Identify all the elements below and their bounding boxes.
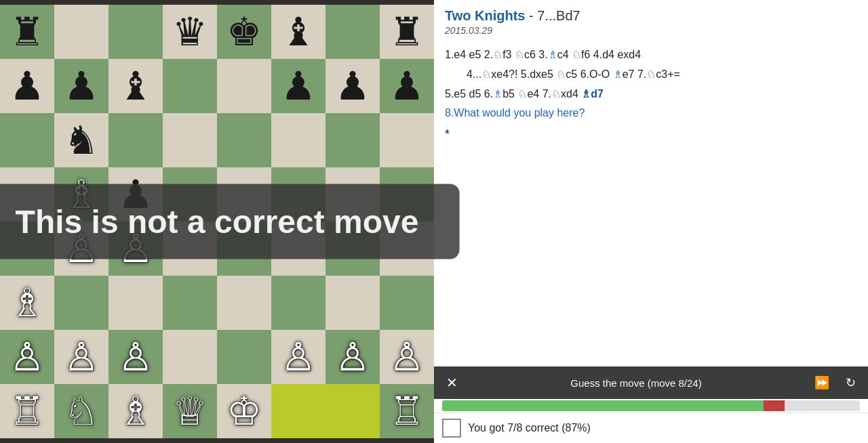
- square-c1[interactable]: ♗: [108, 384, 163, 438]
- move-nc6: ♘: [515, 49, 524, 60]
- square-b5[interactable]: ♗: [54, 167, 108, 222]
- square-f7[interactable]: ♟: [271, 59, 326, 113]
- move-line-3: 5.e5 d5 6.♗b5 ♘e4 7.♘xd4 ♗d7: [445, 85, 857, 104]
- opening-subtitle: - 7...Bd7: [526, 8, 580, 23]
- square-e1[interactable]: ♔: [217, 384, 271, 438]
- square-d8[interactable]: ♛: [163, 5, 217, 59]
- square-f5[interactable]: [271, 167, 326, 222]
- square-e6[interactable]: [217, 113, 271, 167]
- move-xd4: xd4: [561, 88, 581, 100]
- square-a7[interactable]: ♟: [0, 59, 54, 113]
- chess-board[interactable]: ♜ ♛ ♚ ♝ ♜ ♟ ♟ ♝ ♟ ♟ ♟ ♞ ♗ ♟: [0, 5, 434, 438]
- square-h7[interactable]: ♟: [380, 59, 434, 113]
- move-b5: b5: [502, 88, 517, 100]
- square-b7[interactable]: ♟: [54, 59, 108, 113]
- square-h6[interactable]: [380, 113, 434, 167]
- square-d2[interactable]: [163, 330, 217, 384]
- square-f1[interactable]: [271, 384, 326, 438]
- square-e7[interactable]: [217, 59, 271, 113]
- square-f3[interactable]: [271, 276, 326, 330]
- square-e2[interactable]: [217, 330, 271, 384]
- square-h2[interactable]: ♙: [380, 330, 434, 384]
- score-text: You got 7/8 correct (87%): [468, 422, 591, 434]
- square-d1[interactable]: ♕: [163, 384, 217, 438]
- move-line-4: 8.What would you play here?: [445, 104, 857, 123]
- square-a2[interactable]: ♙: [0, 330, 54, 384]
- square-g7[interactable]: ♟: [326, 59, 380, 113]
- square-g3[interactable]: [326, 276, 380, 330]
- square-g8[interactable]: [326, 5, 380, 59]
- square-c5[interactable]: ♟: [108, 167, 163, 222]
- score-area: You got 7/8 correct (87%): [434, 413, 868, 443]
- square-b6[interactable]: ♞: [54, 113, 108, 167]
- square-g2[interactable]: ♙: [326, 330, 380, 384]
- square-f6[interactable]: [271, 113, 326, 167]
- square-g4[interactable]: [326, 222, 380, 276]
- square-c4[interactable]: ♙: [108, 222, 163, 276]
- square-d4[interactable]: [163, 222, 217, 276]
- move-line-2: 4...♘xe4?! 5.dxe5 ♘c5 6.O-O ♗e7 7.♘c3+=: [445, 65, 857, 85]
- square-b3[interactable]: [54, 276, 108, 330]
- move-rest4: f6 4.d4 exd4: [581, 49, 641, 60]
- square-a8[interactable]: ♜: [0, 5, 54, 59]
- square-c6[interactable]: [108, 113, 163, 167]
- square-b4[interactable]: ♙: [54, 222, 108, 276]
- close-button[interactable]: ✕: [442, 372, 462, 394]
- square-a1[interactable]: ♖: [0, 384, 54, 438]
- move-e7: e7 7.: [623, 68, 647, 80]
- square-b8[interactable]: [54, 5, 108, 59]
- square-a6[interactable]: [0, 113, 54, 167]
- move-e4: e4 7.: [527, 88, 551, 100]
- right-panel: Two Knights - 7...Bd7 2015.03.29 1.e4 e5…: [434, 0, 868, 443]
- square-e5[interactable]: [217, 167, 271, 222]
- square-c8[interactable]: [108, 5, 163, 59]
- move-nc3p: ♘: [646, 68, 656, 80]
- square-e8[interactable]: ♚: [217, 5, 271, 59]
- square-a5[interactable]: [0, 167, 54, 222]
- square-c7[interactable]: ♝: [108, 59, 163, 113]
- move-rest2: c6 3.: [524, 49, 548, 60]
- move-bd7: ♗d7: [581, 88, 604, 100]
- move-rest3: c4: [557, 49, 572, 60]
- square-g5[interactable]: [326, 167, 380, 222]
- square-f2[interactable]: ♙: [271, 330, 326, 384]
- opening-title: Two Knights: [445, 8, 526, 23]
- square-d6[interactable]: [163, 113, 217, 167]
- bottom-bar: ✕ Guess the move (move 8/24) ⏩ ↻: [434, 366, 868, 399]
- move-nf3: ♘: [493, 49, 502, 60]
- move-asterisk: *: [445, 123, 857, 145]
- square-e4[interactable]: [217, 222, 271, 276]
- square-f8[interactable]: ♝: [271, 5, 326, 59]
- move-c3eq: c3+=: [656, 68, 680, 80]
- move-c5: c5 6.O-O: [566, 68, 612, 80]
- square-d7[interactable]: [163, 59, 217, 113]
- square-a4[interactable]: [0, 222, 54, 276]
- square-g1[interactable]: [326, 384, 380, 438]
- square-h4[interactable]: [380, 222, 434, 276]
- square-e3[interactable]: [217, 276, 271, 330]
- move-xe4: xe4?! 5.dxe5: [491, 68, 556, 80]
- progress-bar-track: [442, 400, 860, 411]
- square-a3[interactable]: ♗: [0, 276, 54, 330]
- square-g6[interactable]: [326, 113, 380, 167]
- move-8-question: 8.What would you play here?: [445, 107, 585, 119]
- square-h1[interactable]: ♖: [380, 384, 434, 438]
- square-d5[interactable]: [163, 167, 217, 222]
- square-h3[interactable]: [380, 276, 434, 330]
- skip-button[interactable]: ⏩: [810, 373, 833, 393]
- square-f4[interactable]: [271, 222, 326, 276]
- progress-bar-container: [434, 399, 868, 413]
- move-be7: ♗: [613, 68, 623, 80]
- square-h5[interactable]: [380, 167, 434, 222]
- square-b1[interactable]: ♘: [54, 384, 108, 438]
- refresh-button[interactable]: ↻: [842, 373, 860, 393]
- opening-date: 2015.03.29: [445, 25, 857, 36]
- square-h8[interactable]: ♜: [380, 5, 434, 59]
- move-info-panel: Two Knights - 7...Bd7 2015.03.29 1.e4 e5…: [434, 0, 868, 366]
- square-c3[interactable]: [108, 276, 163, 330]
- move-1e4: 1.e4 e5 2.: [445, 49, 493, 60]
- square-d3[interactable]: [163, 276, 217, 330]
- square-b2[interactable]: ♙: [54, 330, 108, 384]
- square-c2[interactable]: ♙: [108, 330, 163, 384]
- move-nf6: ♘: [572, 49, 581, 60]
